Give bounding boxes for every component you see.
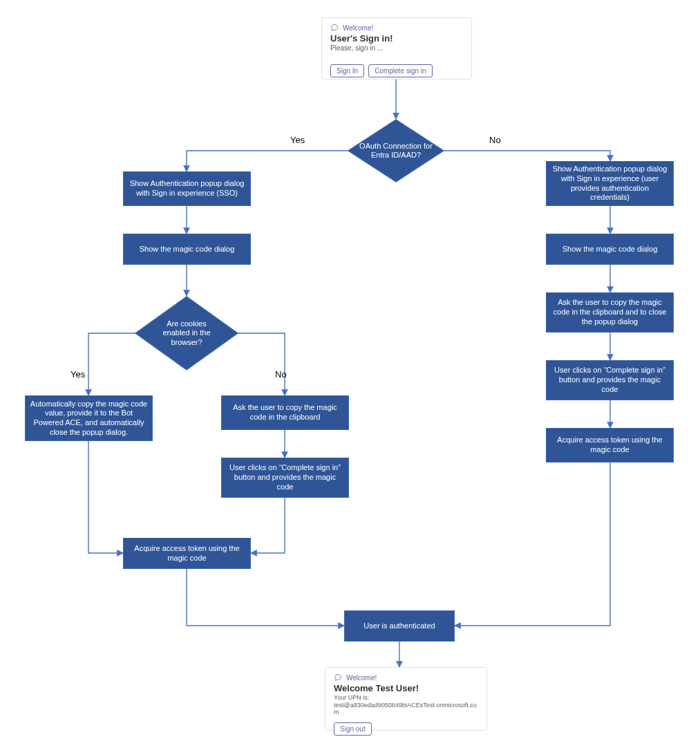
decision-cookies: Are cookies enabled in the browser? bbox=[153, 317, 220, 350]
card-subtitle: Please, sign in ... bbox=[330, 44, 463, 52]
label-oauth-no: No bbox=[489, 135, 501, 145]
decision-oauth: OAuth Connection for Entra ID/AAD? bbox=[359, 135, 433, 167]
card2-welcome-text: Welcome! bbox=[346, 674, 377, 682]
box-left-acquire-token: Acquire access token using the magic cod… bbox=[123, 538, 251, 569]
card-welcome-line: Welcome! bbox=[330, 24, 463, 32]
card-welcome-text: Welcome! bbox=[343, 24, 373, 32]
card2-upn-value: test@a830edad9050849btACEsTest.onmicroso… bbox=[334, 702, 478, 715]
label-oauth-yes: Yes bbox=[290, 135, 305, 145]
box-left-magic: Show the magic code dialog bbox=[123, 234, 251, 265]
chat-icon bbox=[330, 24, 339, 32]
signout-button[interactable]: Sign out bbox=[334, 722, 372, 736]
complete-signin-button[interactable]: Complete sign in bbox=[368, 64, 432, 77]
label-cookies-yes: Yes bbox=[70, 369, 85, 380]
signin-button[interactable]: Sign In bbox=[330, 64, 364, 77]
chat-icon bbox=[334, 673, 342, 682]
box-right-magic: Show the magic code dialog bbox=[546, 234, 674, 265]
box-left-ask-copy: Ask the user to copy the magic code in t… bbox=[221, 395, 349, 430]
box-left-complete-click: User clicks on “Complete sign in” button… bbox=[221, 458, 349, 498]
box-right-acquire-token: Acquire access token using the magic cod… bbox=[546, 428, 674, 462]
svg-marker-9 bbox=[348, 120, 444, 182]
card2-welcome-line: Welcome! bbox=[334, 673, 478, 682]
box-right-complete-click: User clicks on “Complete sign in” button… bbox=[546, 360, 674, 400]
svg-marker-10 bbox=[135, 297, 238, 370]
card2-upn-label: Your UPN is: bbox=[334, 694, 478, 701]
flowchart-canvas: Welcome! User's Sign in! Please, sign in… bbox=[0, 0, 700, 739]
label-cookies-no: No bbox=[275, 369, 287, 380]
box-authenticated: User is authenticated bbox=[344, 610, 455, 642]
signin-card: Welcome! User's Sign in! Please, sign in… bbox=[321, 17, 472, 79]
box-left-auto-copy: Automatically copy the magic code value,… bbox=[25, 395, 153, 441]
box-left-sso: Show Authentication popup dialog with Si… bbox=[123, 171, 251, 206]
box-right-ask-copy: Ask the user to copy the magic code in t… bbox=[546, 292, 674, 333]
welcome-card: Welcome! Welcome Test User! Your UPN is:… bbox=[325, 667, 487, 731]
box-right-popup: Show Authentication popup dialog with Si… bbox=[546, 161, 674, 206]
card2-title: Welcome Test User! bbox=[334, 683, 478, 693]
card-title: User's Sign in! bbox=[330, 33, 463, 44]
